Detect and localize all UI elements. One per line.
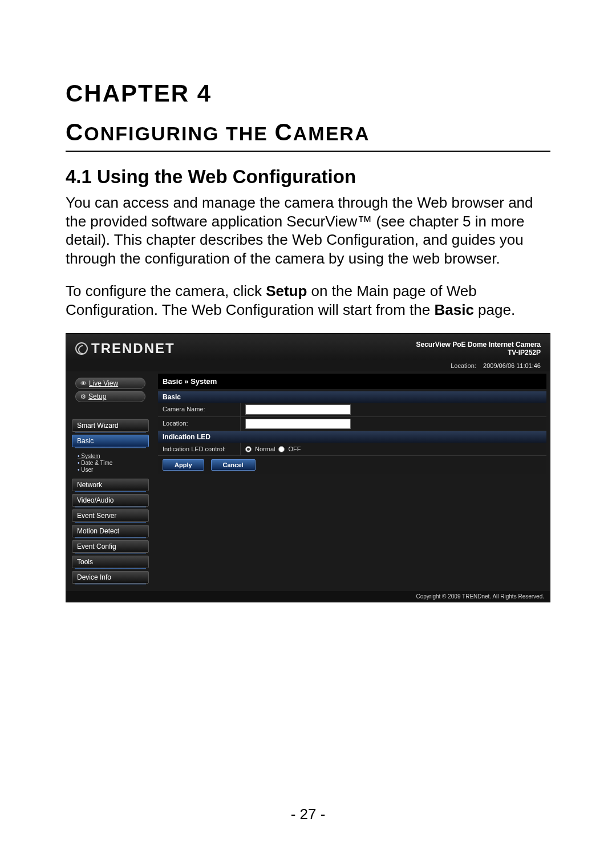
led-off-radio[interactable]: [278, 446, 285, 452]
product-name: SecurView PoE Dome Internet Camera: [416, 341, 541, 349]
nav-sub-system[interactable]: System: [78, 453, 151, 459]
text-frag: page.: [474, 301, 515, 318]
brand-logo: TRENDNET: [75, 341, 175, 357]
nav-event-server[interactable]: Event Server: [72, 509, 149, 522]
location-field-label: Location:: [158, 417, 241, 431]
cancel-button[interactable]: Cancel: [211, 459, 256, 471]
page-number: - 27 -: [0, 805, 616, 823]
text-frag-bold: Basic: [434, 301, 473, 318]
nav-sub-datetime[interactable]: Date & Time: [78, 460, 151, 466]
led-off-label: OFF: [288, 446, 301, 452]
header-bar: TRENDNET SecurView PoE Dome Internet Cam…: [66, 334, 550, 360]
apply-button[interactable]: Apply: [163, 459, 204, 471]
led-normal-radio[interactable]: [245, 446, 252, 452]
copyright-text: Copyright © 2009 TRENDnet. All Rights Re…: [66, 591, 550, 602]
row-led-control: Indication LED control: Normal OFF: [158, 443, 546, 456]
nav-network[interactable]: Network: [72, 479, 149, 491]
title-frag: ONFIGURING THE: [84, 123, 274, 144]
nav-basic[interactable]: Basic: [72, 435, 149, 447]
camera-name-input[interactable]: [245, 404, 351, 415]
nav-basic-subitems: System Date & Time User: [70, 450, 151, 476]
nav-device-info[interactable]: Device Info: [72, 571, 149, 584]
camera-name-label: Camera Name:: [158, 403, 241, 416]
nav-event-config[interactable]: Event Config: [72, 540, 149, 553]
breadcrumb: Basic » System: [158, 374, 546, 389]
location-input[interactable]: [245, 419, 351, 429]
text-frag-bold: Setup: [266, 282, 307, 299]
location-label: Location:: [451, 362, 476, 369]
nav-motion-detect[interactable]: Motion Detect: [72, 525, 149, 537]
config-screenshot: TRENDNET SecurView PoE Dome Internet Cam…: [66, 333, 550, 602]
nav-video-audio[interactable]: Video/Audio: [72, 494, 149, 507]
gear-icon: ⚙: [80, 393, 86, 400]
paragraph-2: To configure the camera, click Setup on …: [66, 282, 550, 319]
button-row: Apply Cancel: [158, 456, 546, 474]
led-normal-label: Normal: [255, 446, 275, 452]
title-frag: C: [66, 119, 84, 145]
sidebar: 👁 Live View ⚙ Setup Smart Wizard Basic S…: [66, 371, 155, 591]
led-control-label: Indication LED control:: [158, 443, 241, 455]
chapter-title: CONFIGURING THE CAMERA: [66, 119, 550, 152]
chapter-label: CHAPTER 4: [66, 80, 550, 107]
section-led-header: Indication LED: [158, 431, 546, 443]
live-view-label: Live View: [89, 379, 118, 387]
nav-smart-wizard[interactable]: Smart Wizard: [72, 419, 149, 432]
nav-tools[interactable]: Tools: [72, 556, 149, 568]
text-frag: To configure the camera, click: [66, 282, 266, 299]
eye-icon: 👁: [80, 380, 87, 387]
setup-button[interactable]: ⚙ Setup: [75, 391, 145, 402]
row-location: Location:: [158, 417, 546, 431]
section-heading: 4.1 Using the Web Configuration: [66, 166, 550, 188]
product-label: SecurView PoE Dome Internet Camera TV-IP…: [416, 341, 541, 357]
location-bar: Location: 2009/06/06 11:01:46: [66, 360, 550, 371]
timestamp-text: 2009/06/06 11:01:46: [483, 362, 541, 369]
live-view-button[interactable]: 👁 Live View: [75, 378, 145, 389]
brand-text: TRENDNET: [91, 341, 175, 357]
title-frag: AMERA: [293, 123, 370, 144]
title-frag: C: [274, 119, 293, 145]
setup-label: Setup: [88, 392, 106, 400]
ui-body: 👁 Live View ⚙ Setup Smart Wizard Basic S…: [66, 371, 550, 591]
paragraph-1: You can access and manage the camera thr…: [66, 193, 550, 268]
trendnet-swirl-icon: [75, 342, 88, 355]
product-model: TV-IP252P: [416, 349, 541, 357]
content-panel: Basic » System Basic Camera Name: Locati…: [155, 371, 550, 591]
nav-sub-user[interactable]: User: [78, 467, 151, 473]
row-camera-name: Camera Name:: [158, 403, 546, 417]
section-basic-header: Basic: [158, 391, 546, 403]
